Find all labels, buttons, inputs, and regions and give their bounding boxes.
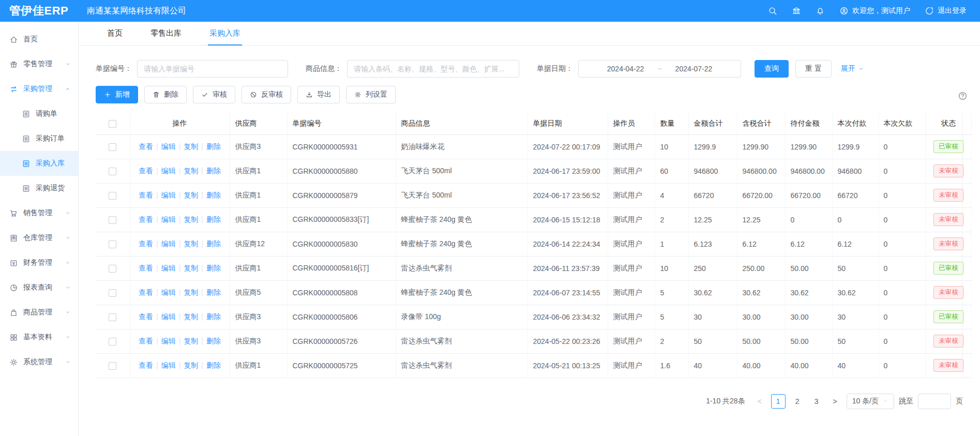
row-checkbox[interactable] (109, 192, 116, 200)
row-action-view[interactable]: 查看 (139, 312, 153, 321)
row-action-copy[interactable]: 复制 (184, 191, 198, 199)
row-checkbox[interactable] (109, 168, 116, 175)
sidebar-item-system-mgmt[interactable]: 系统管理 (0, 350, 78, 374)
row-action-delete[interactable]: 删除 (206, 215, 221, 223)
export-button[interactable]: 导出 (297, 86, 340, 103)
row-action-copy[interactable]: 复制 (184, 264, 198, 272)
sidebar-item-report-query[interactable]: 报表查询 (0, 275, 78, 300)
next-page-button[interactable]: > (828, 394, 842, 409)
row-action-delete[interactable]: 删除 (206, 312, 221, 321)
action-separator: | (201, 191, 203, 199)
sidebar-item-warehouse-mgmt[interactable]: 仓库管理 (0, 225, 78, 250)
page-number-1[interactable]: 1 (771, 394, 786, 409)
tab-home[interactable]: 首页 (93, 22, 137, 45)
row-action-view[interactable]: 查看 (139, 239, 153, 248)
row-action-view[interactable]: 查看 (139, 264, 153, 272)
reset-button[interactable]: 重 置 (795, 60, 832, 78)
prev-page-button[interactable]: < (753, 394, 766, 409)
expand-link[interactable]: 展开 (841, 64, 864, 73)
row-action-view[interactable]: 查看 (139, 361, 153, 369)
page-number-3[interactable]: 3 (809, 394, 824, 409)
row-action-view[interactable]: 查看 (139, 337, 153, 345)
row-actions-cell: 查看|编辑|复制|删除 (130, 134, 230, 159)
sidebar-item-basic-data[interactable]: 基本资料 (0, 325, 78, 350)
date-to[interactable]: 2024-07-22 (675, 65, 713, 73)
row-action-edit[interactable]: 编辑 (161, 264, 176, 272)
row-action-delete[interactable]: 删除 (206, 191, 221, 199)
row-checkbox[interactable] (109, 362, 116, 370)
supplier-cell: 供应商1 (230, 183, 287, 207)
date-range-picker[interactable]: 2024-04-22 ~ 2024-07-22 (578, 60, 741, 78)
row-action-edit[interactable]: 编辑 (161, 288, 176, 296)
search-icon[interactable] (768, 6, 777, 16)
page-number-2[interactable]: 2 (790, 394, 805, 409)
row-action-edit[interactable]: 编辑 (161, 142, 176, 151)
row-checkbox[interactable] (109, 338, 116, 345)
logout-button[interactable]: 退出登录 (925, 6, 967, 16)
date-from[interactable]: 2024-04-22 (607, 65, 644, 73)
row-action-delete[interactable]: 删除 (206, 142, 221, 151)
row-action-view[interactable]: 查看 (139, 288, 153, 296)
row-action-delete[interactable]: 删除 (206, 288, 221, 296)
sidebar-item-goods-mgmt[interactable]: 商品管理 (0, 300, 78, 325)
row-action-copy[interactable]: 复制 (184, 239, 198, 248)
action-separator: | (156, 337, 158, 345)
row-action-copy[interactable]: 复制 (184, 215, 198, 223)
row-action-delete[interactable]: 删除 (206, 167, 221, 175)
help-icon[interactable] (958, 91, 968, 101)
bell-icon[interactable] (816, 6, 825, 16)
search-button[interactable]: 查询 (755, 60, 789, 78)
row-action-delete[interactable]: 删除 (206, 239, 221, 248)
row-action-edit[interactable]: 编辑 (161, 312, 176, 321)
row-action-copy[interactable]: 复制 (184, 288, 198, 296)
sidebar-item-purchase-return[interactable]: 采购退货 (0, 176, 78, 201)
sidebar-item-sales-mgmt[interactable]: 销售管理 (0, 201, 78, 225)
unapprove-button[interactable]: 反审核 (242, 86, 291, 103)
row-checkbox[interactable] (109, 289, 116, 297)
row-action-view[interactable]: 查看 (139, 215, 153, 223)
row-action-delete[interactable]: 删除 (206, 264, 221, 272)
row-checkbox[interactable] (109, 143, 116, 151)
row-action-copy[interactable]: 复制 (184, 361, 198, 369)
sidebar-item-retail-mgmt[interactable]: 零售管理 (0, 52, 78, 77)
delete-button[interactable]: 删除 (144, 86, 187, 103)
row-action-delete[interactable]: 删除 (206, 337, 221, 345)
row-action-view[interactable]: 查看 (139, 191, 153, 199)
goods-info-input[interactable] (347, 60, 519, 78)
row-action-edit[interactable]: 编辑 (161, 361, 176, 369)
row-checkbox[interactable] (109, 265, 116, 273)
bill-no-input[interactable] (137, 60, 288, 78)
row-action-edit[interactable]: 编辑 (161, 337, 176, 345)
tax-amount-cell: 946800.00 (737, 159, 785, 183)
tab-retail-outbound[interactable]: 零售出库 (137, 22, 195, 45)
bank-icon[interactable] (792, 6, 801, 16)
row-action-view[interactable]: 查看 (139, 142, 153, 151)
add-button[interactable]: 新增 (96, 86, 138, 103)
row-action-copy[interactable]: 复制 (184, 167, 198, 175)
sidebar-item-purchase-inbound[interactable]: 采购入库 (0, 151, 78, 176)
row-action-copy[interactable]: 复制 (184, 312, 198, 321)
user-menu[interactable]: 欢迎您，测试用户 (839, 6, 910, 16)
row-action-delete[interactable]: 删除 (206, 361, 221, 369)
tab-purchase-inbound[interactable]: 采购入库 (195, 22, 254, 45)
row-action-view[interactable]: 查看 (139, 167, 153, 175)
row-action-edit[interactable]: 编辑 (161, 239, 176, 248)
select-all-checkbox[interactable] (109, 120, 116, 128)
jump-page-input[interactable] (918, 394, 951, 409)
sidebar-item-purchase-mgmt[interactable]: 采购管理 (0, 77, 78, 101)
row-checkbox[interactable] (109, 216, 116, 224)
row-checkbox[interactable] (109, 313, 116, 321)
approve-button[interactable]: 审核 (193, 86, 235, 103)
row-action-copy[interactable]: 复制 (184, 142, 198, 151)
sidebar-item-purchase-request[interactable]: 请购单 (0, 101, 78, 126)
sidebar-item-finance-mgmt[interactable]: 财务管理 (0, 250, 78, 275)
column-settings-button[interactable]: 列设置 (346, 86, 396, 103)
sidebar-item-home[interactable]: 首页 (0, 27, 78, 52)
sidebar-item-purchase-order[interactable]: 采购订单 (0, 126, 78, 151)
row-action-edit[interactable]: 编辑 (161, 215, 176, 223)
row-action-edit[interactable]: 编辑 (161, 167, 176, 175)
row-action-edit[interactable]: 编辑 (161, 191, 176, 199)
row-action-copy[interactable]: 复制 (184, 337, 198, 345)
row-checkbox[interactable] (109, 240, 116, 248)
page-size-select[interactable]: 10 条/页 (847, 394, 894, 409)
